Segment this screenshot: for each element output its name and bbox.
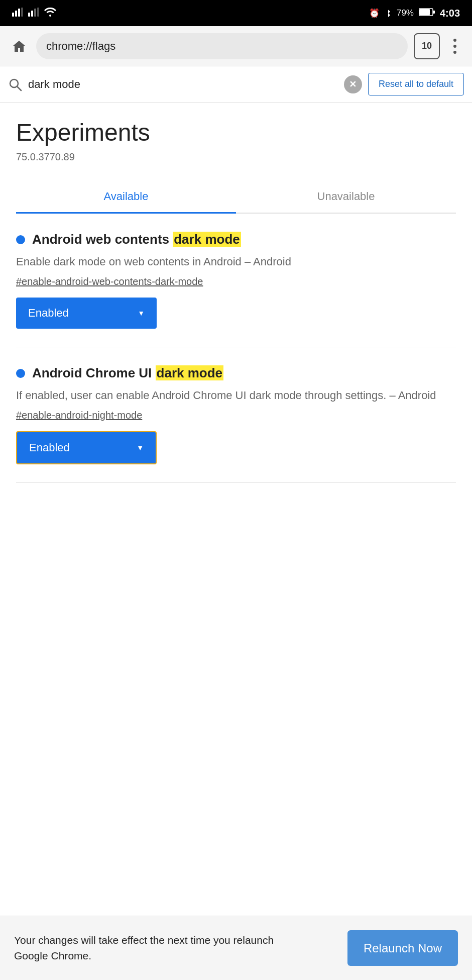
flag-anchor-1[interactable]: #enable-android-web-contents-dark-mode: [16, 276, 456, 287]
battery-icon: [419, 8, 435, 19]
tabs: Available Unavailable: [16, 181, 456, 214]
svg-line-12: [17, 86, 21, 90]
relaunch-button[interactable]: Relaunch Now: [347, 930, 458, 966]
home-button[interactable]: [8, 35, 30, 57]
page-title: Experiments: [16, 119, 456, 146]
flag-description-2: If enabled, user can enable Android Chro…: [16, 387, 456, 404]
flag-dot-1: [16, 235, 25, 244]
flag-title-2: Android Chrome UI dark mode: [32, 365, 223, 381]
battery-percent: 79%: [397, 8, 414, 18]
flag-title-row-2: Android Chrome UI dark mode: [16, 365, 456, 381]
flag-dot-2: [16, 369, 25, 378]
status-right: ⏰ 79% 4:03: [369, 7, 460, 20]
menu-dot-1: [453, 39, 456, 42]
signal-icon-2: [28, 8, 39, 19]
search-input[interactable]: [28, 78, 338, 91]
flag-title-1: Android web contents dark mode: [32, 232, 241, 247]
wifi-icon: [44, 8, 56, 19]
search-bar: ✕ Reset all to default: [0, 66, 472, 103]
tab-count-button[interactable]: 10: [414, 33, 440, 59]
dropdown-arrow-2: ▼: [137, 444, 144, 452]
flag-description-1: Enable dark mode on web contents in Andr…: [16, 253, 456, 270]
tab-unavailable[interactable]: Unavailable: [236, 181, 456, 214]
svg-rect-1: [15, 11, 17, 17]
menu-dot-3: [453, 51, 456, 54]
url-text: chrome://flags: [46, 40, 115, 53]
reset-all-button[interactable]: Reset all to default: [368, 73, 464, 95]
svg-rect-0: [12, 13, 14, 17]
menu-dot-2: [453, 45, 456, 48]
svg-rect-5: [31, 11, 33, 17]
search-icon: [8, 77, 22, 91]
status-left: [12, 8, 56, 19]
tab-available[interactable]: Available: [16, 181, 236, 214]
svg-rect-3: [21, 8, 23, 17]
url-bar[interactable]: chrome://flags: [36, 33, 408, 59]
svg-rect-10: [419, 9, 430, 15]
flag-item-2: Android Chrome UI dark mode If enabled, …: [16, 347, 456, 483]
svg-rect-7: [37, 8, 39, 17]
clear-button[interactable]: ✕: [344, 75, 362, 93]
svg-rect-6: [34, 9, 36, 17]
dropdown-arrow-1: ▼: [138, 309, 145, 317]
flag-item-1: Android web contents dark mode Enable da…: [16, 214, 456, 347]
status-bar: ⏰ 79% 4:03: [0, 0, 472, 26]
signal-icon: [12, 8, 23, 19]
flag-title-row-1: Android web contents dark mode: [16, 232, 456, 247]
svg-rect-9: [433, 11, 435, 14]
main-content: Experiments 75.0.3770.89 Available Unava…: [0, 103, 472, 483]
time: 4:03: [440, 8, 460, 19]
flag-anchor-2[interactable]: #enable-android-night-mode: [16, 410, 456, 421]
svg-rect-4: [28, 13, 30, 17]
flag-enabled-btn-1[interactable]: Enabled ▼: [16, 298, 157, 329]
nav-bar: chrome://flags 10: [0, 26, 472, 66]
bluetooth-icon: [385, 7, 392, 20]
alarm-icon: ⏰: [369, 8, 380, 19]
version-text: 75.0.3770.89: [16, 151, 456, 163]
flag-enabled-btn-2[interactable]: Enabled ▼: [16, 431, 157, 464]
menu-button[interactable]: [446, 39, 464, 54]
svg-rect-2: [18, 9, 20, 17]
flags-list: Android web contents dark mode Enable da…: [16, 214, 456, 483]
bottom-bar: Your changes will take effect the next t…: [0, 916, 472, 980]
bottom-bar-message: Your changes will take effect the next t…: [14, 932, 275, 964]
